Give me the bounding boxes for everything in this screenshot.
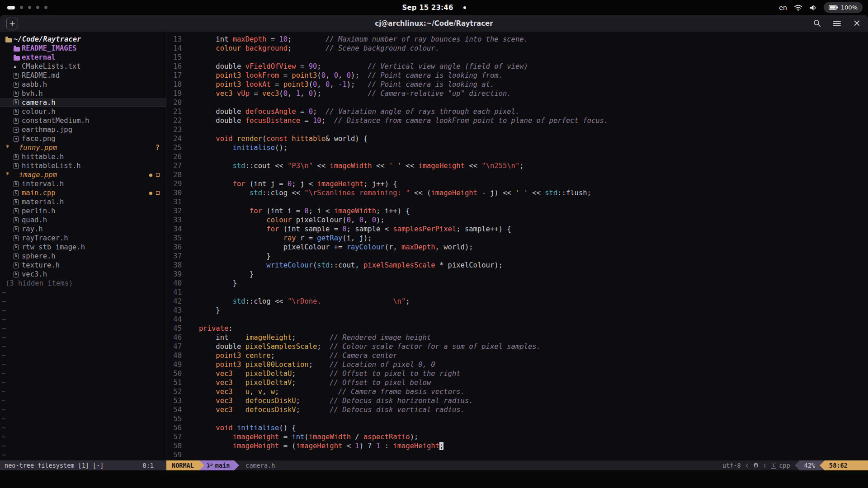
tree-item-readme-images[interactable]: README_IMAGES [0, 44, 166, 53]
code-line-58[interactable]: 58 imageHeight = (imageHeight < 1) ? 1 :… [170, 441, 868, 450]
tree-item-material-h[interactable]: hmaterial.h [0, 197, 166, 206]
tree-item-main-cpp[interactable]: Cmain.cpp● [0, 188, 166, 197]
code-line-29[interactable]: 29 for (int j = 0; j < imageHeight; j++)… [170, 179, 868, 188]
tree-item-quad-h[interactable]: hquad.h [0, 216, 166, 225]
clock[interactable]: Sep 15 23:46 [402, 4, 453, 12]
code-line-24[interactable]: 24 void render(const hittable& world) { [170, 134, 868, 143]
code-line-17[interactable]: 17 point3 lookFrom = point3(0, 0, 0); //… [170, 71, 868, 80]
code-line-37[interactable]: 37 } [170, 252, 868, 261]
workspace-dot[interactable] [20, 6, 23, 9]
code-line-47[interactable]: 47 double pixelSamplesScale; // Colour s… [170, 342, 868, 351]
tree-item-vec3-h[interactable]: hvec3.h [0, 270, 166, 279]
tree-item-image-ppm[interactable]: *image.ppm● [0, 170, 166, 179]
git-branch-badge[interactable]: main [204, 460, 235, 470]
tree-item-camera-h[interactable]: hcamera.h [0, 98, 166, 107]
header-file-icon: h [14, 208, 22, 214]
tree-item-face-png[interactable]: face.png [0, 134, 166, 143]
system-bar: Sep 15 23:46 en 100% [0, 0, 868, 15]
tree-item-interval-h[interactable]: hinterval.h [0, 179, 166, 188]
code-line-30[interactable]: 30 std::clog << "\rScanlines remaining: … [170, 188, 868, 197]
code-line-40[interactable]: 40 } [170, 279, 868, 288]
code-line-56[interactable]: 56 void initialise() { [170, 423, 868, 432]
code-line-13[interactable]: 13 int maxDepth = 10; // Maximum number … [170, 35, 868, 44]
code-line-18[interactable]: 18 point3 lookAt = point3(0, 0, -1); // … [170, 80, 868, 89]
code-line-31[interactable]: 31 [170, 197, 868, 206]
code-line-21[interactable]: 21 double defocusAngle = 0; // Variation… [170, 107, 868, 116]
git-branch-name: main [215, 462, 230, 469]
code-line-53[interactable]: 53 vec3 defocusDiskU; // Defocus disk ho… [170, 396, 868, 405]
tree-item-raytracer-h[interactable]: hrayTracer.h [0, 234, 166, 243]
code-line-32[interactable]: 32 for (int i = 0; i < imageWidth; i++) … [170, 206, 868, 216]
tree-item-sphere-h[interactable]: hsphere.h [0, 252, 166, 261]
tree-item-aabb-h[interactable]: haabb.h [0, 80, 166, 89]
workspace-dot[interactable] [36, 6, 39, 9]
tree-item-rtw-stb-image-h[interactable]: hrtw_stb_image.h [0, 243, 166, 252]
command-line[interactable] [0, 470, 868, 488]
code-line-26[interactable]: 26 [170, 152, 868, 161]
code-line-49[interactable]: 49 point3 pixel00Location; // Location o… [170, 360, 868, 369]
code-line-25[interactable]: 25 initialise(); [170, 143, 868, 152]
wifi-icon[interactable] [794, 4, 802, 11]
tree-item-texture-h[interactable]: htexture.h [0, 261, 166, 270]
code-line-46[interactable]: 46 int imageHeight; // Rendered image he… [170, 333, 868, 342]
clock-area[interactable]: Sep 15 23:46 [402, 4, 466, 12]
close-icon[interactable]: × [853, 19, 861, 28]
code-line-28[interactable]: 28 [170, 170, 868, 179]
code-line-45[interactable]: 45private: [170, 324, 868, 333]
tree-item-perlin-h[interactable]: hperlin.h [0, 206, 166, 216]
code-line-34[interactable]: 34 for (int sample = 0; sample < samples… [170, 225, 868, 234]
tree-item-earthmap-jpg[interactable]: earthmap.jpg [0, 125, 166, 134]
tree-item-funny-ppm[interactable]: *funny.ppm? [0, 143, 166, 152]
tree-item-bvh-h[interactable]: hbvh.h [0, 89, 166, 98]
editor[interactable]: 13 int maxDepth = 10; // Maximum number … [166, 32, 868, 460]
empty-buffer-tilde: ~ [0, 423, 166, 432]
code-line-16[interactable]: 16 double vFieldOfView = 90; // Vertical… [170, 62, 868, 71]
tree-item-constantmedium-h[interactable]: hconstantMedium.h [0, 116, 166, 125]
code-line-39[interactable]: 39 } [170, 270, 868, 279]
code-line-20[interactable]: 20 [170, 98, 868, 107]
code-line-27[interactable]: 27 std::cout << "P3\n" << imageWidth << … [170, 161, 868, 170]
tree-item-ray-h[interactable]: hray.h [0, 225, 166, 234]
new-tab-button[interactable]: + [6, 18, 18, 29]
code-line-51[interactable]: 51 vec3 pixelDeltaV; // Offset to pixel … [170, 378, 868, 387]
code-line-15[interactable]: 15 [170, 53, 868, 62]
workspace-indicators[interactable] [7, 6, 47, 9]
workspace-dot[interactable] [44, 6, 47, 9]
code-line-59[interactable]: 59 [170, 450, 868, 460]
code-line-52[interactable]: 52 vec3 u, v, w; // Camera frame basis v… [170, 387, 868, 396]
code-line-54[interactable]: 54 vec3 defocusDiskV; // Defocus disk ve… [170, 405, 868, 414]
active-workspace-pill[interactable] [7, 6, 15, 9]
code-line-36[interactable]: 36 pixelColour += rayColour(r, maxDepth,… [170, 243, 868, 252]
tree-item-colour-h[interactable]: hcolour.h [0, 107, 166, 116]
code-line-35[interactable]: 35 ray r = getRay(i, j); [170, 234, 868, 243]
code-line-43[interactable]: 43 } [170, 306, 868, 315]
tree-item-hittable-h[interactable]: hhittable.h [0, 152, 166, 161]
code-line-22[interactable]: 22 double focusDistance = 10; // Distanc… [170, 116, 868, 125]
tree-item-cmakelists-txt[interactable]: ▲CMakeLists.txt [0, 62, 166, 71]
search-icon[interactable] [813, 19, 821, 27]
menu-icon[interactable] [833, 20, 841, 27]
code-line-57[interactable]: 57 imageHeight = int(imageWidth / aspect… [170, 432, 868, 441]
battery-indicator[interactable]: 100% [824, 2, 863, 13]
code-line-33[interactable]: 33 colour pixelColour(0, 0, 0); [170, 216, 868, 225]
code-line-41[interactable]: 41 [170, 288, 868, 297]
code-line-38[interactable]: 38 writeColour(std::cout, pixelSamplesSc… [170, 261, 868, 270]
volume-icon[interactable] [809, 4, 817, 11]
code-line-55[interactable]: 55 [170, 414, 868, 423]
line-number: 29 [170, 179, 182, 188]
file-name: main.cpp [22, 188, 56, 197]
tree-item-readme-md[interactable]: MREADME.md [0, 71, 166, 80]
tree-item-external[interactable]: external [0, 53, 166, 62]
code-line-42[interactable]: 42 std::clog << "\rDone. \n"; [170, 297, 868, 306]
code-line-48[interactable]: 48 point3 centre; // Camera center [170, 351, 868, 360]
keyboard-layout[interactable]: en [779, 4, 787, 11]
code-line-50[interactable]: 50 vec3 pixelDeltaU; // Offset to pixel … [170, 369, 868, 378]
code-line-19[interactable]: 19 vec3 vUp = vec3(0, 1, 0); // Camera-r… [170, 89, 868, 98]
tree-item-code-raytracer[interactable]: ~/Code/Raytracer [0, 35, 166, 44]
workspace-dot[interactable] [28, 6, 31, 9]
code-line-44[interactable]: 44 [170, 315, 868, 324]
line-number: 18 [170, 80, 182, 89]
code-line-23[interactable]: 23 [170, 125, 868, 134]
code-line-14[interactable]: 14 colour background; // Scene backgroun… [170, 44, 868, 53]
tree-item-hittablelist-h[interactable]: hhittableList.h [0, 161, 166, 170]
